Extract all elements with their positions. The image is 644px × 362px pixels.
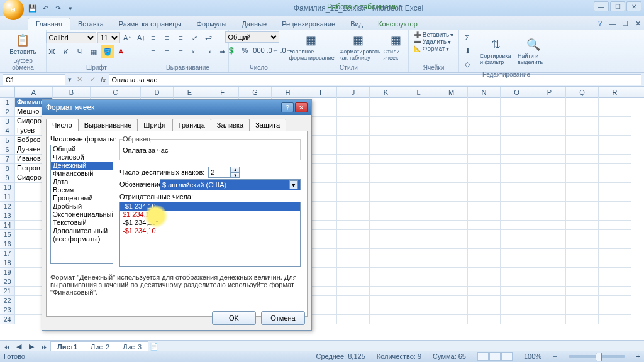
- cell[interactable]: [435, 117, 468, 126]
- negative-option[interactable]: $1 234,10: [120, 211, 300, 219]
- cell[interactable]: [533, 145, 566, 155]
- cell[interactable]: [370, 239, 402, 249]
- view-shortcuts[interactable]: [477, 352, 513, 361]
- align-right-icon[interactable]: ≡: [175, 45, 187, 58]
- column-header[interactable]: C: [91, 87, 141, 98]
- cell[interactable]: [402, 249, 435, 258]
- cell[interactable]: [435, 136, 468, 145]
- cell[interactable]: [468, 249, 501, 258]
- row-header[interactable]: 19: [0, 268, 15, 277]
- align-top-icon[interactable]: ≡: [147, 31, 160, 44]
- cell[interactable]: [468, 211, 501, 221]
- cell[interactable]: [337, 239, 370, 249]
- cell[interactable]: [435, 107, 468, 117]
- cell[interactable]: [402, 145, 435, 155]
- cell[interactable]: [468, 315, 501, 324]
- cell[interactable]: [468, 305, 501, 315]
- formula-bar[interactable]: Оплата за час: [109, 74, 641, 85]
- category-option[interactable]: Дробный: [51, 202, 113, 211]
- cell[interactable]: [435, 258, 468, 268]
- zoom-out-icon[interactable]: −: [553, 353, 557, 360]
- decrease-indent-icon[interactable]: ⇤: [189, 45, 201, 58]
- cell[interactable]: [566, 126, 599, 136]
- cancel-button[interactable]: Отмена: [261, 311, 305, 325]
- cell[interactable]: [435, 164, 468, 173]
- cell[interactable]: [370, 230, 402, 239]
- cell[interactable]: [370, 277, 402, 287]
- cell[interactable]: [435, 296, 468, 305]
- cell[interactable]: [337, 155, 370, 164]
- comma-icon[interactable]: 000: [253, 44, 265, 57]
- cell[interactable]: [566, 239, 599, 249]
- row-header[interactable]: 9: [0, 173, 15, 183]
- cell[interactable]: [501, 98, 533, 107]
- cell[interactable]: [370, 221, 402, 230]
- fill-icon[interactable]: ⬇: [461, 45, 474, 57]
- category-listbox[interactable]: ОбщийЧисловойДенежныйФинансовыйДатаВремя…: [50, 145, 113, 264]
- insert-cells-button[interactable]: ➕ Вставить ▾: [414, 31, 453, 38]
- cell[interactable]: [533, 136, 566, 145]
- cell[interactable]: [501, 126, 533, 136]
- dialog-help-icon[interactable]: ?: [281, 102, 294, 112]
- cell[interactable]: [435, 173, 468, 183]
- cell[interactable]: [566, 98, 599, 107]
- row-header[interactable]: 23: [0, 305, 15, 315]
- bold-button[interactable]: Ж: [46, 45, 58, 58]
- cell[interactable]: [435, 98, 468, 107]
- cell[interactable]: [533, 173, 566, 183]
- cell[interactable]: [599, 249, 631, 258]
- row-header[interactable]: 16: [0, 239, 15, 249]
- cell[interactable]: [370, 296, 402, 305]
- cell[interactable]: [599, 173, 631, 183]
- column-header[interactable]: B: [53, 87, 91, 98]
- cell[interactable]: [370, 164, 402, 173]
- row-header[interactable]: 24: [0, 315, 15, 324]
- cell[interactable]: [468, 258, 501, 268]
- tab-view[interactable]: Вид: [343, 18, 370, 30]
- cell[interactable]: [501, 277, 533, 287]
- cell[interactable]: [566, 107, 599, 117]
- cell[interactable]: [337, 249, 370, 258]
- cell[interactable]: [468, 126, 501, 136]
- cell[interactable]: [533, 239, 566, 249]
- cell[interactable]: [468, 230, 501, 239]
- cell[interactable]: [533, 107, 566, 117]
- cell[interactable]: [370, 183, 402, 192]
- cell[interactable]: [599, 126, 631, 136]
- cell[interactable]: [370, 155, 402, 164]
- cell[interactable]: [599, 211, 631, 221]
- currency-icon[interactable]: 💲: [225, 44, 238, 57]
- negative-option[interactable]: -$1 234,10: [120, 227, 300, 235]
- cell[interactable]: [468, 268, 501, 277]
- cell[interactable]: [533, 155, 566, 164]
- category-option[interactable]: (все форматы): [51, 235, 113, 243]
- cell[interactable]: [599, 192, 631, 202]
- cell[interactable]: [337, 305, 370, 315]
- cell[interactable]: [533, 164, 566, 173]
- cell[interactable]: [566, 221, 599, 230]
- underline-button[interactable]: Ч: [74, 45, 86, 58]
- cell[interactable]: [468, 183, 501, 192]
- cell[interactable]: [566, 173, 599, 183]
- number-format-select[interactable]: Общий: [225, 31, 279, 43]
- cell[interactable]: [370, 117, 402, 126]
- cell[interactable]: [566, 117, 599, 126]
- cell[interactable]: [533, 98, 566, 107]
- cell[interactable]: [337, 173, 370, 183]
- column-header[interactable]: D: [141, 87, 174, 98]
- cell[interactable]: [566, 202, 599, 211]
- cell[interactable]: [468, 164, 501, 173]
- cell[interactable]: [468, 136, 501, 145]
- cell[interactable]: [402, 183, 435, 192]
- cell[interactable]: [533, 202, 566, 211]
- cell[interactable]: [435, 305, 468, 315]
- align-bottom-icon[interactable]: ≡: [175, 31, 187, 44]
- ok-button[interactable]: OK: [212, 311, 256, 325]
- row-header[interactable]: 22: [0, 296, 15, 305]
- cell[interactable]: [402, 230, 435, 239]
- column-header[interactable]: A: [15, 87, 53, 98]
- negatives-listbox[interactable]: -$1 234,10$1 234,10-$1 234,10-$1 234,10: [119, 202, 301, 267]
- restore-window-icon[interactable]: ☐: [619, 17, 631, 30]
- cell[interactable]: [468, 296, 501, 305]
- cell[interactable]: [402, 136, 435, 145]
